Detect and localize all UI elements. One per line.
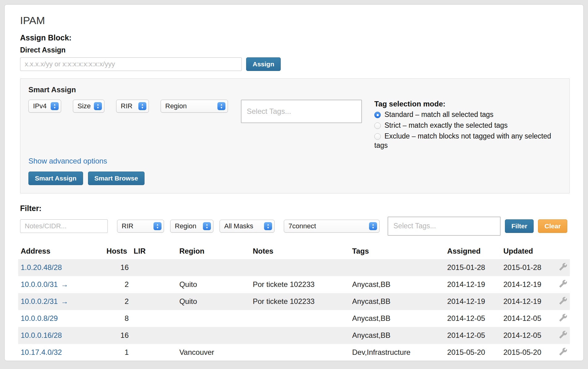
ipam-page: IPAM Assign Block: Direct Assign Assign … bbox=[4, 4, 584, 361]
address-link[interactable]: 10.0.0.2/31 bbox=[21, 297, 58, 305]
address-link[interactable]: 10.0.0.0/31 bbox=[21, 280, 58, 288]
region-cell bbox=[177, 327, 250, 344]
show-advanced-options-link[interactable]: Show advanced options bbox=[28, 157, 107, 165]
notes-cell bbox=[250, 259, 350, 276]
assigned-cell: 2014-12-05 bbox=[445, 327, 501, 344]
hosts-cell: 16 bbox=[104, 259, 131, 276]
address-cell: 10.0.0.2/31→ bbox=[18, 293, 104, 310]
filter-lir-select[interactable]: 7connect ▲▼ bbox=[284, 220, 380, 233]
ipam-table: Address Hosts LIR Region Notes Tags Assi… bbox=[18, 244, 570, 361]
updated-cell: 2014-12-05 bbox=[501, 310, 556, 327]
address-cell: 10.0.0.16/28 bbox=[18, 327, 104, 344]
lir-cell bbox=[131, 293, 177, 310]
actions-cell bbox=[556, 327, 570, 344]
direct-assign-row: Assign bbox=[20, 57, 570, 71]
size-select[interactable]: Size ▲▼ bbox=[73, 100, 104, 113]
arrow-icon: → bbox=[61, 280, 68, 288]
notes-cidr-input[interactable] bbox=[20, 219, 108, 233]
region-select[interactable]: Region ▲▼ bbox=[161, 100, 228, 113]
arrow-icon: → bbox=[61, 297, 68, 305]
select-stepper-icon: ▲▼ bbox=[153, 222, 162, 230]
tags-cell: Anycast,BB bbox=[350, 293, 445, 310]
assign-button[interactable]: Assign bbox=[246, 57, 281, 71]
address-link[interactable]: 10.0.0.16/28 bbox=[21, 331, 62, 339]
lir-cell bbox=[131, 276, 177, 293]
table-row: 10.17.4.0/32 1 Vancouver Dev,Infrastruct… bbox=[18, 344, 570, 361]
hosts-cell: 1 bbox=[104, 344, 131, 361]
address-cell: 1.0.20.48/28 bbox=[18, 259, 104, 276]
smart-assign-button[interactable]: Smart Assign bbox=[28, 172, 83, 185]
updated-cell: 2015-05-20 bbox=[501, 344, 556, 361]
assign-block-heading: Assign Block: bbox=[20, 33, 570, 42]
edit-block-button[interactable] bbox=[559, 313, 567, 322]
notes-cell: Por tickete 102233 bbox=[250, 276, 350, 293]
edit-block-button[interactable] bbox=[559, 296, 567, 305]
col-header-assigned: Assigned bbox=[445, 244, 501, 259]
size-select-value: Size bbox=[78, 102, 91, 110]
table-row: 10.0.0.16/28 16 Anycast,BB 2014-12-05 20… bbox=[18, 327, 570, 344]
table-header-row: Address Hosts LIR Region Notes Tags Assi… bbox=[18, 244, 570, 259]
tags-cell: Anycast,BB bbox=[350, 276, 445, 293]
radio-standard[interactable] bbox=[374, 112, 381, 118]
edit-block-button[interactable] bbox=[559, 280, 567, 288]
tags-cell bbox=[350, 259, 445, 276]
smart-tags-placeholder: Select Tags... bbox=[247, 107, 291, 116]
table-row: 10.0.0.8/29 8 Anycast,BB 2014-12-05 2014… bbox=[18, 310, 570, 327]
smart-assign-buttons: Smart Assign Smart Browse bbox=[28, 172, 561, 185]
smart-tags-input[interactable]: Select Tags... bbox=[241, 100, 362, 123]
address-link[interactable]: 1.0.20.48/28 bbox=[21, 263, 62, 272]
address-link[interactable]: 10.17.4.0/32 bbox=[21, 348, 62, 356]
assigned-cell: 2014-12-19 bbox=[445, 293, 501, 310]
updated-cell: 2014-12-19 bbox=[501, 276, 556, 293]
col-header-notes: Notes bbox=[250, 244, 350, 259]
updated-cell: 2014-12-19 bbox=[501, 293, 556, 310]
table-row: 10.0.0.0/31→ 2 Quito Por tickete 102233 … bbox=[18, 276, 570, 293]
col-header-updated: Updated bbox=[501, 244, 556, 259]
filter-tags-placeholder: Select Tags... bbox=[393, 222, 436, 230]
address-link[interactable]: 10.0.0.8/29 bbox=[21, 314, 58, 322]
edit-block-button[interactable] bbox=[559, 347, 567, 356]
filter-tags-input[interactable]: Select Tags... bbox=[388, 217, 501, 236]
filter-rir-select[interactable]: RIR ▲▼ bbox=[117, 220, 164, 233]
hosts-cell: 2 bbox=[104, 276, 131, 293]
tag-mode-option-strict: Strict – match exactly the selected tags bbox=[374, 121, 560, 130]
direct-assign-input[interactable] bbox=[20, 57, 242, 71]
assigned-cell: 2015-01-28 bbox=[445, 259, 501, 276]
filter-button[interactable]: Filter bbox=[505, 219, 534, 233]
edit-block-button[interactable] bbox=[559, 263, 567, 271]
address-cell: 10.0.0.8/29 bbox=[18, 310, 104, 327]
filter-region-value: Region bbox=[175, 222, 196, 230]
edit-block-button[interactable] bbox=[559, 330, 567, 339]
select-stepper-icon: ▲▼ bbox=[369, 222, 377, 230]
updated-cell: 2015-01-28 bbox=[501, 259, 556, 276]
actions-cell bbox=[556, 259, 570, 276]
radio-strict[interactable] bbox=[374, 122, 381, 129]
lir-cell bbox=[131, 344, 177, 361]
col-header-region: Region bbox=[177, 244, 250, 259]
hosts-cell: 16 bbox=[104, 327, 131, 344]
notes-cell bbox=[250, 344, 350, 361]
rir-select[interactable]: RIR ▲▼ bbox=[116, 100, 149, 113]
radio-standard-label: Standard – match all selected tags bbox=[384, 110, 494, 118]
tags-cell: Anycast,BB bbox=[350, 327, 445, 344]
wrench-icon bbox=[559, 313, 567, 322]
radio-exclude[interactable] bbox=[374, 133, 381, 140]
filter-region-select[interactable]: Region ▲▼ bbox=[170, 220, 213, 233]
col-header-tags: Tags bbox=[350, 244, 445, 259]
filter-rir-value: RIR bbox=[122, 222, 133, 230]
filter-masks-select[interactable]: All Masks ▲▼ bbox=[220, 220, 275, 233]
tag-mode-heading: Tag selection mode: bbox=[374, 100, 560, 108]
hosts-cell: 8 bbox=[104, 310, 131, 327]
family-select[interactable]: IPv4 ▲▼ bbox=[28, 100, 61, 113]
region-cell bbox=[177, 259, 250, 276]
assigned-cell: 2015-05-20 bbox=[445, 344, 501, 361]
radio-exclude-label: Exclude – match blocks not tagged with a… bbox=[374, 132, 551, 149]
lir-cell bbox=[131, 327, 177, 344]
updated-cell: 2014-12-05 bbox=[501, 327, 556, 344]
filter-masks-value: All Masks bbox=[224, 222, 253, 230]
smart-browse-button[interactable]: Smart Browse bbox=[88, 172, 145, 185]
region-select-value: Region bbox=[165, 102, 187, 110]
col-header-lir: LIR bbox=[131, 244, 177, 259]
address-cell: 10.0.0.0/31→ bbox=[18, 276, 104, 293]
clear-button[interactable]: Clear bbox=[538, 219, 567, 233]
